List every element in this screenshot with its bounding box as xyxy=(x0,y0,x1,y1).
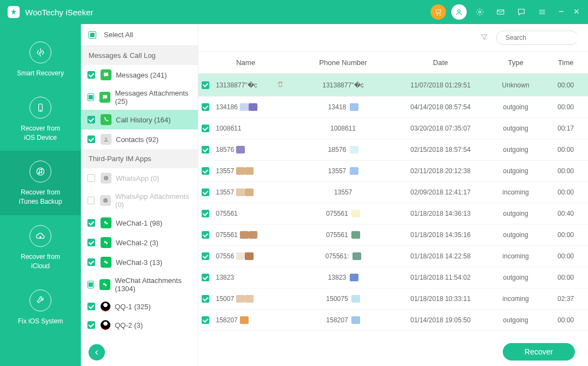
delete-icon[interactable] xyxy=(277,80,284,90)
mail-icon[interactable] xyxy=(493,4,508,20)
row-checkbox[interactable] xyxy=(202,81,209,89)
category-checkbox[interactable] xyxy=(87,258,95,266)
nav-smart-recovery[interactable]: Smart Recovery xyxy=(0,32,81,87)
nav-fix-ios[interactable]: Fix iOS System xyxy=(0,280,81,335)
table-row[interactable]: 07556107556101/18/2018 14:36:13outgoing0… xyxy=(198,203,588,225)
category-item[interactable]: QQ-1 (325) xyxy=(81,297,198,316)
svg-point-0 xyxy=(437,15,437,15)
col-type[interactable]: Type xyxy=(488,52,544,74)
category-item[interactable]: QQ-2 (3) xyxy=(81,316,198,334)
col-name[interactable]: Name xyxy=(198,52,293,74)
menu-icon[interactable] xyxy=(534,4,550,20)
nav-recover-itunes[interactable]: Recover fromiTunes Backup xyxy=(0,151,81,215)
row-checkbox[interactable] xyxy=(202,146,209,154)
user-icon[interactable] xyxy=(451,4,467,20)
category-item[interactable]: WhatsApp (0) xyxy=(81,168,198,188)
category-checkbox[interactable] xyxy=(87,303,95,310)
table-row[interactable]: 13138877"�c13138877"�c11/07/2018 01:29:5… xyxy=(198,74,588,97)
cell-name: 075561 xyxy=(216,231,238,239)
svg-point-9 xyxy=(41,172,42,173)
gear-icon[interactable] xyxy=(472,4,487,20)
table-row[interactable]: 1008611100861103/20/2018 07:35:07outgoin… xyxy=(198,118,588,139)
category-checkbox[interactable] xyxy=(87,281,94,288)
nav-recover-icloud[interactable]: Recover fromiCloud xyxy=(0,215,81,280)
row-checkbox[interactable] xyxy=(202,231,209,239)
search-box[interactable] xyxy=(496,31,578,45)
row-checkbox[interactable] xyxy=(202,316,209,324)
table-row[interactable]: 135571355702/09/2018 12:41:17incoming00:… xyxy=(198,182,588,203)
select-all-checkbox[interactable] xyxy=(89,31,96,39)
row-checkbox[interactable] xyxy=(202,188,209,196)
search-input[interactable] xyxy=(505,34,587,42)
category-item[interactable]: QQ-3 (6) xyxy=(81,334,198,339)
wa-icon xyxy=(101,173,111,184)
cell-time: 00:00 xyxy=(543,97,588,118)
category-item[interactable]: WeChat Attachments (1304) xyxy=(81,272,198,297)
category-checkbox[interactable] xyxy=(87,239,95,246)
cell-phone: 13557 xyxy=(334,188,352,196)
category-item[interactable]: Contacts (92) xyxy=(81,129,198,149)
category-checkbox[interactable] xyxy=(87,321,95,329)
filter-icon[interactable] xyxy=(480,33,496,43)
category-item[interactable]: Messages (241) xyxy=(81,65,198,85)
row-checkbox[interactable] xyxy=(202,167,209,175)
col-date[interactable]: Date xyxy=(393,52,487,74)
table-row[interactable]: 15820715820701/14/2018 19:05:50outgoing0… xyxy=(198,310,588,331)
category-item[interactable]: Messages Attachments (25) xyxy=(81,85,198,110)
cell-type: Unknown xyxy=(488,74,544,97)
back-button[interactable] xyxy=(89,344,105,361)
category-checkbox[interactable] xyxy=(87,197,95,204)
col-phone[interactable]: Phone Number xyxy=(293,52,393,74)
category-item[interactable]: Call History (164) xyxy=(81,110,198,129)
svg-point-12 xyxy=(103,198,108,203)
category-checkbox[interactable] xyxy=(87,116,95,123)
table-row[interactable]: 1500715007501/18/2018 10:33:11incoming02… xyxy=(198,288,588,310)
recover-button[interactable]: Recover xyxy=(503,343,575,361)
row-checkbox[interactable] xyxy=(202,125,209,132)
table-row[interactable]: 135571355702/11/2018 20:12:38outgoing00:… xyxy=(198,161,588,182)
category-checkbox[interactable] xyxy=(87,135,95,143)
nav-recover-ios-device[interactable]: Recover fromiOS Device xyxy=(0,87,81,151)
category-item[interactable]: WeChat-1 (98) xyxy=(81,213,198,233)
svg-point-18 xyxy=(106,262,108,264)
table-row[interactable]: 07556107556101/18/2018 14:35:16outgoing0… xyxy=(198,225,588,246)
cell-phone: 150075 xyxy=(326,295,348,303)
row-checkbox[interactable] xyxy=(202,252,209,260)
nav-label: Recover fromiOS Device xyxy=(21,124,60,143)
category-checkbox[interactable] xyxy=(87,174,95,182)
recover-itunes-icon xyxy=(30,161,51,182)
category-checkbox[interactable] xyxy=(87,219,95,227)
close-button[interactable] xyxy=(573,8,580,17)
cell-name: 13138877"�c xyxy=(216,81,257,89)
row-checkbox[interactable] xyxy=(202,103,209,111)
category-item[interactable]: WeChat-2 (3) xyxy=(81,233,198,252)
category-checkbox[interactable] xyxy=(87,93,94,101)
category-item[interactable]: WeChat-3 (13) xyxy=(81,252,198,272)
table-row[interactable]: 185761857602/15/2018 18:57:54outgoing00:… xyxy=(198,139,588,161)
cell-date: 01/18/2018 10:33:11 xyxy=(393,288,487,310)
fix-ios-icon xyxy=(30,290,51,311)
svg-point-1 xyxy=(440,15,440,15)
row-checkbox[interactable] xyxy=(202,210,209,217)
cell-name: 13557 xyxy=(216,167,234,175)
row-checkbox[interactable] xyxy=(202,274,209,281)
cell-type: incoming xyxy=(488,182,544,203)
table-row[interactable]: 07556075561:01/18/2018 14:22:58incoming0… xyxy=(198,246,588,267)
minimize-button[interactable] xyxy=(557,8,565,17)
feedback-icon[interactable] xyxy=(514,4,529,20)
cell-time: 02:37 xyxy=(543,288,588,310)
nav-label: Recover fromiCloud xyxy=(21,252,60,271)
category-item[interactable]: WhatsApp Attachments (0) xyxy=(81,188,198,213)
category-label: WeChat Attachments (1304) xyxy=(115,276,191,293)
svg-point-20 xyxy=(105,284,107,286)
select-all-toggle[interactable]: Select All xyxy=(89,31,133,39)
table-row[interactable]: 1341861341804/14/2018 08:57:54outgoing00… xyxy=(198,97,588,118)
table-row[interactable]: 138231382301/18/2018 11:54:02outgoing00:… xyxy=(198,267,588,288)
col-time[interactable]: Time xyxy=(543,52,588,74)
cell-type: outgoing xyxy=(488,267,544,288)
row-checkbox[interactable] xyxy=(202,295,209,303)
cell-date: 01/18/2018 14:36:13 xyxy=(393,203,487,225)
category-checkbox[interactable] xyxy=(87,71,95,79)
cart-icon[interactable] xyxy=(431,4,446,20)
nav-label: Recover fromiTunes Backup xyxy=(19,188,62,206)
